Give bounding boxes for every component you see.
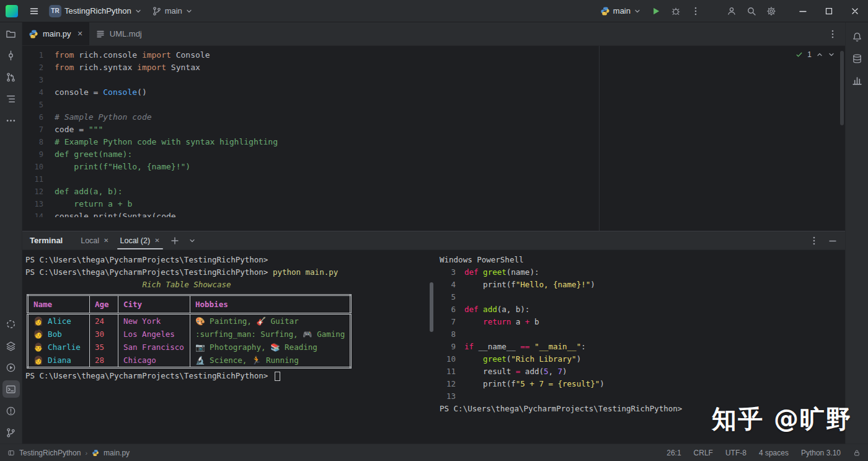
toolwindow-more-tool-windows-button[interactable] (2, 112, 20, 129)
maximize-button[interactable] (816, 0, 842, 22)
terminal-options-icon[interactable] (809, 236, 819, 246)
code-line[interactable]: 11 (22, 173, 845, 186)
terminal-panel-title[interactable]: Terminal (30, 231, 63, 249)
text-segment: console.print(Syntax(code, (55, 212, 181, 217)
code-text: from rich.console import Console (55, 49, 210, 61)
hide-panel-icon[interactable] (828, 236, 838, 246)
status-item-utf-8[interactable]: UTF-8 (725, 449, 746, 457)
table-cell: 35 (90, 341, 118, 354)
gear-icon (766, 6, 776, 16)
toolwindow-notifications-button[interactable] (848, 28, 866, 45)
code-line[interactable]: 12def add(a, b): (22, 186, 845, 198)
run-button[interactable] (646, 2, 666, 20)
status-item-python-3.10[interactable]: Python 3.10 (801, 449, 841, 457)
text-segment: def (464, 267, 483, 277)
toolwindow-project-button[interactable] (2, 25, 20, 42)
more-run-actions-button[interactable] (686, 2, 706, 20)
code-line[interactable]: 8# Example Python code with syntax highl… (22, 136, 845, 148)
next-problem-icon[interactable] (828, 51, 835, 58)
status-item-26-1[interactable]: 26:1 (666, 449, 681, 457)
line-number: 11 (22, 173, 55, 186)
editor-tab-main-py[interactable]: main.py✕ (22, 22, 89, 45)
main-menu-button[interactable] (24, 2, 44, 20)
terminal-code-line: 6def add(a, b): (440, 303, 845, 316)
breadcrumb-project[interactable]: TestingRichPython (19, 449, 81, 457)
tab-close-icon[interactable]: ✕ (78, 30, 83, 38)
text-segment: (a, b): (497, 305, 530, 314)
version-control-icon (6, 427, 16, 438)
text-segment: python main.py (273, 267, 338, 277)
terminal-tab-dropdown-button[interactable] (184, 231, 200, 249)
toolwindow-run-button[interactable] (2, 359, 20, 376)
toolwindow-commit-button[interactable] (2, 47, 20, 64)
terminal-line: PS C:\Users\thega\PycharmProjects\Testin… (25, 266, 429, 279)
chevron-down-icon (188, 237, 196, 244)
settings-button[interactable] (761, 2, 781, 20)
close-button[interactable] (842, 0, 868, 22)
terminal-cursor (275, 372, 280, 381)
status-item-4-spaces[interactable]: 4 spaces (759, 449, 789, 457)
toolwindow-structure-button[interactable] (2, 90, 20, 107)
editor-tab-uml-mdj[interactable]: UML.mdj (89, 22, 148, 45)
code-line[interactable]: 14console.print(Syntax(code, (22, 210, 845, 217)
text-segment: ) (590, 280, 595, 289)
code-line[interactable]: 6# Sample Python code (22, 111, 845, 123)
tab-close-icon[interactable]: ✕ (154, 237, 159, 244)
code-line[interactable]: 9def greet(name): (22, 148, 845, 161)
toolwindow-database-button[interactable] (848, 50, 866, 67)
terminal-pane-left[interactable]: PS C:\Users\thega\PycharmProjects\Testin… (22, 250, 429, 444)
code-line[interactable]: 10 print(f"Hello, {name}!") (22, 161, 845, 173)
tab-options-icon[interactable] (828, 29, 838, 39)
text-segment: 4 (440, 279, 456, 291)
code-editor[interactable]: 1from rich.console import Console2from r… (22, 46, 845, 231)
debug-button[interactable] (666, 2, 686, 20)
git-branch-icon (152, 6, 162, 16)
inspection-widget[interactable]: 1 (795, 50, 835, 59)
toolwindow-version-control-button[interactable] (2, 424, 20, 441)
new-terminal-tab-button[interactable] (166, 231, 184, 249)
minimize-button[interactable] (790, 0, 816, 22)
lock-icon[interactable] (853, 449, 861, 457)
code-line[interactable]: 1from rich.console import Console (22, 49, 845, 61)
code-line[interactable]: 5 (22, 99, 845, 111)
terminal-code-line: 11 result = add(5, 7) (440, 365, 845, 378)
toolwindow-python-packages-button[interactable] (2, 315, 20, 333)
terminal-tab-label: Local (81, 236, 99, 245)
code-with-me-button[interactable] (722, 2, 742, 20)
text-segment: 3 (440, 266, 456, 279)
toolwindow-services-button[interactable] (2, 337, 20, 354)
terminal-tab-local-2-[interactable]: Local (2)✕ (115, 231, 166, 249)
text-segment: ) (562, 367, 567, 376)
code-line[interactable]: 7code = """ (22, 123, 845, 136)
text-segment: 7 (558, 367, 563, 376)
project-selector-button[interactable]: TR TestingRichPython (44, 2, 147, 20)
terminal-code-line: 4 print(f"Hello, {name}!") (440, 279, 845, 291)
previous-problem-icon[interactable] (816, 51, 823, 58)
branch-selector-button[interactable]: main (147, 2, 198, 20)
close-icon (850, 6, 860, 16)
toolwindow-profiler-button[interactable] (848, 71, 866, 89)
tab-close-icon[interactable]: ✕ (104, 237, 108, 244)
code-line[interactable]: 2from rich.syntax import Syntax (22, 61, 845, 74)
status-item-crlf[interactable]: CRLF (694, 449, 713, 457)
table-cell: :surfing_man: Surfing, 🎮 Gaming (190, 328, 351, 341)
maximize-icon (824, 6, 834, 16)
editor-scrollbar[interactable] (840, 51, 844, 125)
run-configuration-selector[interactable]: main (595, 2, 646, 20)
code-line[interactable]: 13 return a + b (22, 198, 845, 210)
project-icon (6, 29, 16, 39)
toolwindow-problems-button[interactable] (2, 402, 20, 419)
search-everywhere-button[interactable] (742, 2, 761, 20)
code-line[interactable]: 3 (22, 74, 845, 86)
toolwindow-terminal-button[interactable] (2, 380, 20, 398)
toolwindow-pull-requests-button[interactable] (2, 68, 20, 86)
terminal-scrollbar-thumb[interactable] (430, 282, 433, 332)
breadcrumb-file[interactable]: main.py (104, 449, 130, 457)
text-segment: ) (577, 354, 582, 364)
code-line[interactable]: 4console = Console() (22, 86, 845, 99)
terminal-tab-local[interactable]: Local✕ (75, 231, 114, 249)
text-segment: add (483, 305, 497, 314)
text-segment: PS C:\Users\thega\PycharmProjects\Testin… (25, 371, 268, 380)
text-segment: code = (55, 125, 89, 134)
terminal-code-line: 10 greet("Rich Library") (440, 353, 845, 365)
